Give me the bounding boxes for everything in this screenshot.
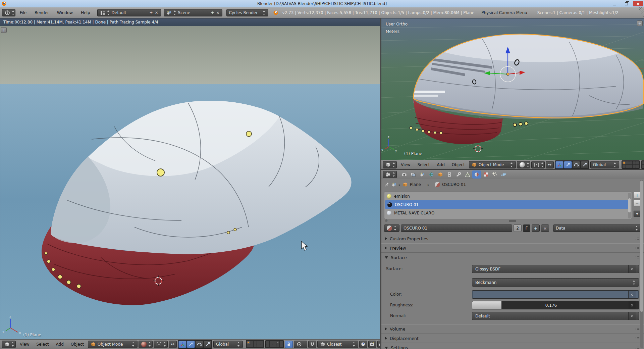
tab-render-layers[interactable] bbox=[409, 170, 418, 179]
tab-particles[interactable] bbox=[490, 170, 499, 179]
color-swatch[interactable] bbox=[472, 290, 639, 299]
panel-drag-grip[interactable] bbox=[635, 256, 640, 259]
translate-manipulator-icon[interactable] bbox=[564, 161, 572, 168]
panel-drag-grip[interactable] bbox=[635, 237, 640, 240]
normal-selector[interactable]: Default bbox=[472, 312, 639, 320]
tab-constraints[interactable] bbox=[445, 170, 454, 179]
panel-custom-properties[interactable]: Custom Properties bbox=[381, 234, 644, 243]
tab-material[interactable] bbox=[472, 170, 481, 179]
material-slot[interactable]: emision bbox=[384, 192, 632, 200]
right-3d-viewport[interactable]: z y x User Ortho Meters (1) Plane + View… bbox=[381, 18, 644, 169]
opengl-render-camera-icon[interactable] bbox=[368, 341, 376, 348]
browse-material-button[interactable] bbox=[384, 225, 399, 232]
restore-button[interactable] bbox=[621, 1, 631, 6]
fake-user-button[interactable]: F bbox=[523, 225, 530, 232]
material-name-field[interactable]: OSCURO 01 bbox=[401, 225, 512, 232]
manipulator-toggle[interactable]: ↔ bbox=[169, 341, 177, 348]
lock-to-scene-icon[interactable] bbox=[285, 341, 293, 348]
material-users-count[interactable]: 2 bbox=[514, 225, 522, 232]
properties-scrollbar[interactable] bbox=[640, 180, 643, 348]
rotate-manipulator-icon[interactable] bbox=[195, 341, 203, 348]
menu-object[interactable]: Object bbox=[68, 341, 87, 347]
menu-select[interactable]: Select bbox=[414, 162, 433, 168]
screen-layout-selector[interactable]: Default + × bbox=[97, 9, 161, 16]
area-split-plus[interactable]: + bbox=[637, 20, 643, 26]
expand-icon[interactable]: ⊕ bbox=[385, 218, 388, 223]
panel-drag-grip[interactable] bbox=[635, 328, 640, 331]
left-3d-viewport[interactable]: Time:00:12.80 | Mem:41.14M, Peak:41.14M … bbox=[0, 18, 380, 349]
menu-view[interactable]: View bbox=[17, 341, 32, 347]
tab-object[interactable] bbox=[436, 170, 445, 179]
menu-render[interactable]: Render bbox=[31, 9, 53, 16]
panel-drag-grip[interactable] bbox=[635, 247, 640, 250]
snap-element-selector[interactable]: Closest bbox=[317, 341, 358, 348]
tab-modifiers[interactable] bbox=[454, 170, 463, 179]
new-material-button[interactable]: + bbox=[532, 225, 540, 232]
render-dial-icon[interactable] bbox=[359, 341, 367, 348]
tab-scene[interactable] bbox=[418, 170, 427, 179]
editor-type-button[interactable] bbox=[2, 341, 16, 348]
manipulator-axes-icon[interactable] bbox=[178, 341, 186, 348]
menu-window[interactable]: Window bbox=[53, 9, 76, 16]
tab-object-data[interactable] bbox=[463, 170, 472, 179]
panel-surface[interactable]: Surface bbox=[381, 253, 644, 262]
viewport-scene[interactable]: z y x bbox=[381, 18, 644, 160]
rotate-manipulator-icon[interactable] bbox=[572, 161, 580, 168]
layers-grid-1[interactable] bbox=[622, 160, 640, 169]
editor-type-button[interactable] bbox=[383, 161, 397, 168]
delete-scene-button[interactable]: × bbox=[216, 10, 219, 15]
titlebar[interactable]: Blender [D:\SALVAS Blender\SHIP\CELISTIC… bbox=[0, 0, 644, 7]
manipulator-axes-icon[interactable] bbox=[555, 161, 564, 168]
orientation-selector[interactable]: Global bbox=[213, 341, 243, 348]
layers-grid-2[interactable] bbox=[641, 160, 644, 169]
mode-selector[interactable]: Object Mode bbox=[469, 161, 516, 168]
panel-drag-grip[interactable] bbox=[635, 337, 640, 340]
breadcrumb-material[interactable]: OSCURO 01 bbox=[442, 182, 466, 187]
tab-render[interactable] bbox=[400, 170, 409, 179]
manipulator-toggle[interactable]: ↔ bbox=[546, 161, 554, 168]
tab-world[interactable] bbox=[427, 170, 436, 179]
resize-grip[interactable] bbox=[509, 220, 516, 222]
render-engine-selector[interactable]: Cycles Render bbox=[226, 9, 268, 16]
layers-grid-1[interactable] bbox=[246, 340, 264, 348]
menu-file[interactable]: File bbox=[16, 9, 30, 16]
opengl-render-anim-icon[interactable] bbox=[377, 341, 380, 348]
area-split-plus[interactable]: + bbox=[1, 27, 7, 33]
material-slot-list[interactable]: emision OSCURO 01 METAL NAVE CLARO bbox=[384, 192, 632, 219]
slot-list-resize[interactable]: ⊕ bbox=[381, 219, 644, 223]
orientation-selector[interactable]: Global bbox=[590, 161, 619, 168]
snap-magnet-icon[interactable] bbox=[308, 341, 316, 348]
mode-selector[interactable]: Object Mode bbox=[88, 341, 138, 348]
tab-texture[interactable] bbox=[481, 170, 490, 179]
menu-add[interactable]: Add bbox=[434, 162, 448, 168]
close-button[interactable]: × bbox=[633, 1, 643, 6]
material-link-selector[interactable]: Data bbox=[553, 225, 641, 232]
breadcrumb-object[interactable]: Plane bbox=[410, 182, 421, 187]
panel-drag-grip[interactable] bbox=[635, 346, 640, 349]
slot-list-scrollbar[interactable] bbox=[628, 193, 631, 218]
scene-selector[interactable]: Scene + × bbox=[164, 9, 222, 16]
editor-type-button[interactable] bbox=[2, 9, 15, 16]
menu-object[interactable]: Object bbox=[449, 162, 468, 168]
rendered-scene-image[interactable]: z x y bbox=[0, 26, 380, 340]
minimize-button[interactable] bbox=[609, 1, 620, 6]
roughness-slider[interactable]: 0.176 bbox=[472, 301, 639, 309]
physical-camera-menu[interactable]: Physical Camera Menu bbox=[481, 10, 527, 15]
unlink-material-button[interactable]: × bbox=[541, 225, 549, 232]
viewport-shading-selector[interactable] bbox=[139, 341, 153, 348]
delete-layout-button[interactable]: × bbox=[155, 10, 158, 15]
editor-type-button[interactable] bbox=[383, 171, 397, 178]
pin-icon[interactable] bbox=[384, 182, 389, 187]
layers-grid-2[interactable] bbox=[265, 340, 284, 348]
node-tree-icon[interactable] bbox=[391, 182, 397, 187]
translate-manipulator-icon[interactable] bbox=[187, 341, 195, 348]
area-resize-grip[interactable] bbox=[638, 7, 644, 18]
menu-add[interactable]: Add bbox=[53, 341, 67, 347]
pivot-point-selector[interactable] bbox=[154, 341, 168, 348]
material-slot-selected[interactable]: OSCURO 01 bbox=[385, 200, 631, 209]
material-slot[interactable]: METAL NAVE CLARO bbox=[384, 209, 632, 217]
tab-physics[interactable] bbox=[499, 170, 508, 179]
scale-manipulator-icon[interactable] bbox=[581, 161, 589, 168]
surface-shader-selector[interactable]: Glossy BSDF bbox=[472, 265, 639, 273]
panel-volume[interactable]: Volume bbox=[381, 324, 644, 334]
